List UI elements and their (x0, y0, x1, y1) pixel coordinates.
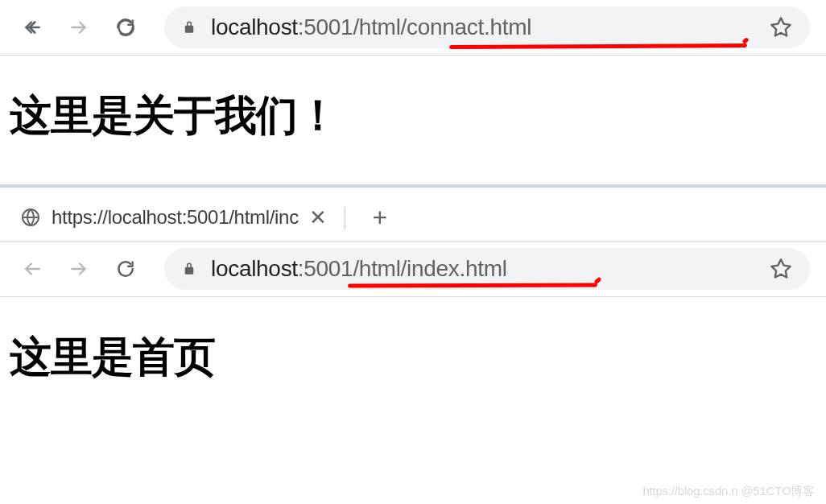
page-content-1: 这里是关于我们！ (0, 56, 826, 184)
browser-window-2: https://localhost:5001/html/inc ✕ + loca… (0, 194, 826, 426)
back-button[interactable] (16, 11, 48, 43)
svg-marker-3 (771, 18, 790, 35)
toolbar-2: localhost:5001/html/index.html (0, 242, 826, 296)
forward-button[interactable] (63, 11, 95, 43)
page-content-2: 这里是首页 (0, 297, 826, 426)
url-host-1: localhost (211, 14, 298, 39)
url-path-2: :5001/html/index.html (298, 256, 507, 281)
url-host-2: localhost (211, 256, 298, 281)
address-bar-1[interactable]: localhost:5001/html/connact.html (164, 6, 810, 48)
url-path-1: :5001/html/connact.html (298, 14, 531, 39)
page-heading-1: 这里是关于我们！ (10, 88, 816, 144)
browser-window-1: localhost:5001/html/connact.html 这里是关于我们… (0, 0, 826, 184)
browser-tab[interactable]: https://localhost:5001/html/inc ✕ (11, 197, 337, 238)
bookmark-star-icon[interactable] (770, 16, 792, 39)
url-text-1: localhost:5001/html/connact.html (211, 14, 770, 40)
bookmark-star-icon-2[interactable] (770, 258, 792, 280)
reload-button-2[interactable] (109, 253, 142, 285)
lock-icon-2 (182, 261, 196, 277)
reload-button[interactable] (109, 11, 142, 43)
globe-icon (21, 208, 40, 227)
tab-title: https://localhost:5001/html/inc (52, 206, 299, 229)
section-divider (0, 184, 826, 188)
new-tab-button[interactable]: + (368, 203, 392, 233)
svg-marker-8 (771, 259, 790, 277)
back-button-2[interactable] (16, 253, 48, 285)
page-heading-2: 这里是首页 (10, 329, 816, 386)
forward-button-2[interactable] (63, 253, 95, 285)
tab-close-button[interactable]: ✕ (308, 205, 328, 230)
url-text-2: localhost:5001/html/index.html (211, 256, 770, 282)
tab-bar: https://localhost:5001/html/inc ✕ + (0, 194, 826, 241)
lock-icon (182, 19, 196, 35)
watermark-text: https://blog.csdn.n @51CTO博客 (642, 484, 815, 499)
